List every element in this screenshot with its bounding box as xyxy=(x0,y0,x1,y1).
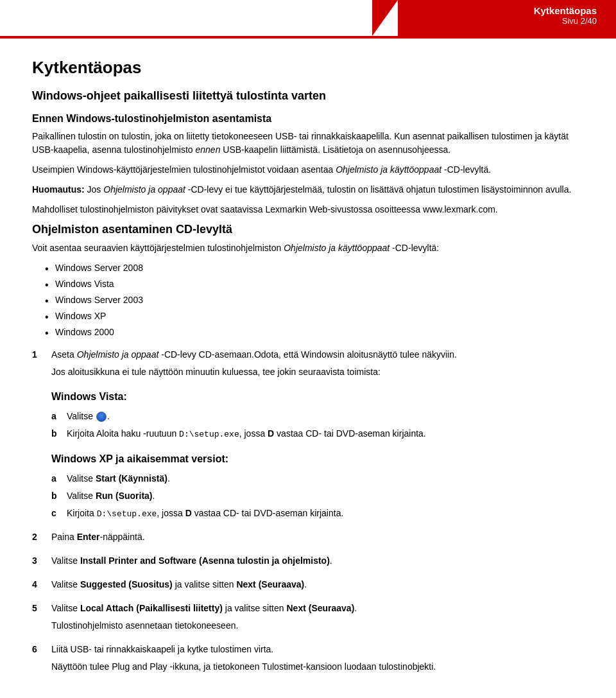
vista-step-a: a Valitse . xyxy=(51,410,584,423)
xp-substeps: a Valitse Start (Käynnistä). b Valitse R… xyxy=(51,472,584,521)
step-5-text: Valitse Local Attach (Paikallisesti liit… xyxy=(51,602,584,615)
note-text: Jos Ohjelmisto ja oppaat -CD-levy ei tue… xyxy=(87,184,572,195)
guide-title: Kytkentäopas xyxy=(534,5,597,16)
intro-para1: Paikallinen tulostin on tulostin, joka o… xyxy=(32,130,584,157)
step-6-subtext: Näyttöön tulee Plug and Play -ikkuna, ja… xyxy=(51,660,584,674)
vista-cmd: D:\setup.exe xyxy=(179,430,239,439)
guide-page: Sivu 2/40 xyxy=(534,16,597,26)
vista-step-b-content: Kirjoita Aloita haku -ruutuun D:\setup.e… xyxy=(67,427,584,441)
step-num-3: 3 xyxy=(32,554,51,571)
vista-substeps: a Valitse . b Kirjoita Aloita haku -ruut… xyxy=(51,410,584,441)
xp-title: Windows XP ja aikaisemmat versiot: xyxy=(51,451,584,467)
step-6: 6 Liitä USB- tai rinnakkaiskaapeli ja ky… xyxy=(32,643,584,677)
os-list: Windows Server 2008 Windows Vista Window… xyxy=(45,261,584,339)
step-3-text: Valitse Install Printer and Software (As… xyxy=(51,554,584,568)
xp-step-c: c Kirjoita D:\setup.exe, jossa D vastaa … xyxy=(51,507,584,521)
vista-step-a-letter: a xyxy=(51,410,67,423)
intro-para2: Useimpien Windows-käyttöjärjestelmien tu… xyxy=(32,163,584,177)
note-paragraph: Huomautus: Jos Ohjelmisto ja oppaat -CD-… xyxy=(32,183,584,196)
step-1-text: Aseta Ohjelmisto ja oppaat -CD-levy CD-a… xyxy=(51,348,584,362)
step-4-content: Valitse Suggested (Suositus) ja valitse … xyxy=(51,578,584,595)
step-num-1: 1 xyxy=(32,348,51,524)
vista-title: Windows Vista: xyxy=(51,389,584,405)
step-6-content: Liitä USB- tai rinnakkaiskaapeli ja kytk… xyxy=(51,643,584,677)
section1-title: Windows-ohjeet paikallisesti liitettyä t… xyxy=(32,89,584,103)
list-item: Windows Vista xyxy=(45,277,584,291)
xp-step-c-letter: c xyxy=(51,507,67,521)
section2-intro: Voit asentaa seuraavien käyttöjärjestelm… xyxy=(32,241,584,255)
vista-step-b-letter: b xyxy=(51,427,67,441)
main-content: Kytkentäopas Windows-ohjeet paikallisest… xyxy=(0,39,616,698)
web-update-end: . xyxy=(495,204,498,214)
list-item: Windows Server 2008 xyxy=(45,261,584,275)
xp-step-b-letter: b xyxy=(51,489,67,503)
step-1-content: Aseta Ohjelmisto ja oppaat -CD-levy CD-a… xyxy=(51,348,584,524)
list-item: Windows 2000 xyxy=(45,326,584,339)
globe-icon xyxy=(96,412,107,422)
step-1-subtext: Jos aloitusikkuna ei tule näyttöön minuu… xyxy=(51,365,584,379)
step-num-5: 5 xyxy=(32,602,51,636)
subsection1-title: Ennen Windows-tulostinohjelmiston asenta… xyxy=(32,113,584,125)
step-1: 1 Aseta Ohjelmisto ja oppaat -CD-levy CD… xyxy=(32,348,584,524)
list-item: Windows XP xyxy=(45,310,584,323)
xp-step-a-letter: a xyxy=(51,472,67,485)
note-label: Huomautus: xyxy=(32,184,85,195)
xp-cmd: D:\setup.exe xyxy=(97,509,157,519)
xp-step-b-content: Valitse Run (Suorita). xyxy=(67,489,584,503)
step-5: 5 Valitse Local Attach (Paikallisesti li… xyxy=(32,602,584,636)
vista-step-a-content: Valitse . xyxy=(67,410,584,423)
xp-step-a: a Valitse Start (Käynnistä). xyxy=(51,472,584,485)
step-num-6: 6 xyxy=(32,643,51,677)
lexmark-link[interactable]: www.lexmark.com xyxy=(423,204,495,214)
step-num-2: 2 xyxy=(32,530,51,548)
ordered-steps: 1 Aseta Ohjelmisto ja oppaat -CD-levy CD… xyxy=(32,348,584,677)
step-2-content: Paina Enter-näppäintä. xyxy=(51,530,584,548)
main-title: Kytkentäopas xyxy=(32,58,584,78)
vista-step-b: b Kirjoita Aloita haku -ruutuun D:\setup… xyxy=(51,427,584,441)
xp-step-b: b Valitse Run (Suorita). xyxy=(51,489,584,503)
web-update-para: Mahdolliset tulostinohjelmiston päivityk… xyxy=(32,203,584,216)
page-header: Kytkentäopas Sivu 2/40 xyxy=(0,0,616,39)
step-3: 3 Valitse Install Printer and Software (… xyxy=(32,554,584,571)
header-notch xyxy=(372,0,398,36)
step-num-4: 4 xyxy=(32,578,51,595)
step-4-text: Valitse Suggested (Suositus) ja valitse … xyxy=(51,578,584,591)
step-3-content: Valitse Install Printer and Software (As… xyxy=(51,554,584,571)
step-4: 4 Valitse Suggested (Suositus) ja valits… xyxy=(32,578,584,595)
step-5-subtext: Tulostinohjelmisto asennetaan tietokonee… xyxy=(51,619,584,633)
list-item: Windows Server 2003 xyxy=(45,293,584,307)
section2-title: Ohjelmiston asentaminen CD-levyltä xyxy=(32,223,584,236)
step-6-text: Liitä USB- tai rinnakkaiskaapeli ja kytk… xyxy=(51,643,584,656)
web-update-text: Mahdolliset tulostinohjelmiston päivityk… xyxy=(32,204,423,214)
header-title-block: Kytkentäopas Sivu 2/40 xyxy=(534,5,597,26)
step-2: 2 Paina Enter-näppäintä. xyxy=(32,530,584,548)
xp-step-c-content: Kirjoita D:\setup.exe, jossa D vastaa CD… xyxy=(67,507,584,521)
step-5-content: Valitse Local Attach (Paikallisesti liit… xyxy=(51,602,584,636)
step-2-text: Paina Enter-näppäintä. xyxy=(51,530,584,544)
xp-step-a-content: Valitse Start (Käynnistä). xyxy=(67,472,584,485)
